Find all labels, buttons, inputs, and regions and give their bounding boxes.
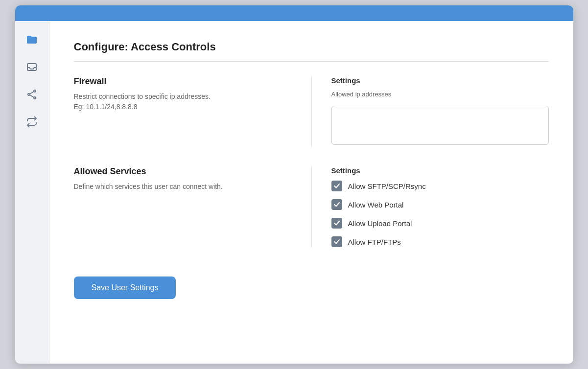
firewall-settings-header: Settings Allowed ip addresses xyxy=(331,76,549,98)
checkbox-web-box[interactable] xyxy=(331,199,342,210)
divider xyxy=(74,61,549,62)
allowed-services-section: Allowed Services Define which services t… xyxy=(74,166,549,247)
checkbox-list: Allow SFTP/SCP/Rsync Allow Web Portal xyxy=(331,181,549,247)
checkbox-sftp-box[interactable] xyxy=(331,181,342,191)
title-bar xyxy=(15,5,573,21)
sidebar xyxy=(15,21,49,364)
svg-point-3 xyxy=(34,97,36,99)
share-icon[interactable] xyxy=(23,86,41,103)
page-title: Configure: Access Controls xyxy=(74,41,549,53)
services-right: Settings Allow SFTP/SCP/Rsync xyxy=(311,166,549,247)
transfer-icon[interactable] xyxy=(23,113,41,131)
checkbox-ftp[interactable]: Allow FTP/FTPs xyxy=(331,236,549,247)
firewall-left: Firewall Restrict connections to specifi… xyxy=(74,76,311,147)
save-user-settings-button[interactable]: Save User Settings xyxy=(74,277,176,299)
svg-line-5 xyxy=(30,95,34,97)
allowed-services-heading: Allowed Services xyxy=(74,166,292,177)
svg-line-4 xyxy=(30,92,34,94)
checkbox-sftp[interactable]: Allow SFTP/SCP/Rsync xyxy=(331,181,549,191)
firewall-settings-label: Settings xyxy=(331,76,549,85)
services-settings-label: Settings xyxy=(331,166,549,175)
checkbox-ftp-box[interactable] xyxy=(331,236,342,247)
firewall-settings-sublabel: Allowed ip addresses xyxy=(331,91,549,98)
checkbox-upload-box[interactable] xyxy=(331,218,342,229)
checkbox-web[interactable]: Allow Web Portal xyxy=(331,199,549,210)
svg-point-2 xyxy=(28,93,30,95)
window-body: Configure: Access Controls Firewall Rest… xyxy=(15,21,573,364)
checkbox-ftp-label: Allow FTP/FTPs xyxy=(348,238,401,246)
firewall-description: Restrict connections to specific ip addr… xyxy=(74,92,292,112)
checkbox-upload[interactable]: Allow Upload Portal xyxy=(331,218,549,229)
allowed-services-description: Define which services this user can conn… xyxy=(74,182,292,192)
checkbox-web-label: Allow Web Portal xyxy=(348,201,404,209)
ip-address-textarea[interactable] xyxy=(331,106,549,145)
services-left: Allowed Services Define which services t… xyxy=(74,166,311,247)
checkbox-sftp-label: Allow SFTP/SCP/Rsync xyxy=(348,182,426,190)
firewall-heading: Firewall xyxy=(74,76,292,87)
checkbox-upload-label: Allow Upload Portal xyxy=(348,219,412,228)
firewall-right: Settings Allowed ip addresses xyxy=(311,76,549,147)
firewall-section: Firewall Restrict connections to specifi… xyxy=(74,76,549,147)
folder-icon[interactable] xyxy=(23,31,41,48)
inbox-icon[interactable] xyxy=(23,58,41,76)
svg-point-1 xyxy=(34,90,36,92)
main-window: Configure: Access Controls Firewall Rest… xyxy=(15,5,573,364)
main-content: Configure: Access Controls Firewall Rest… xyxy=(49,21,573,364)
